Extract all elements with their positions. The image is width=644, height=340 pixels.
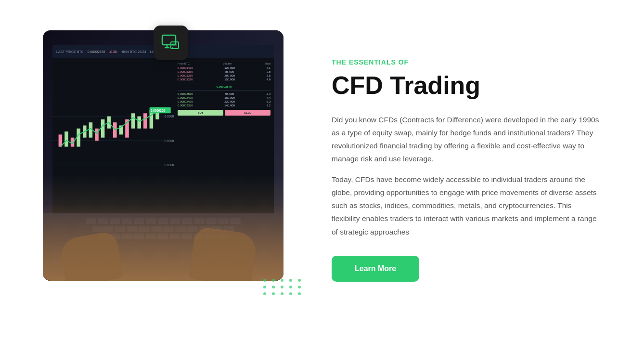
svg-rect-12	[77, 129, 80, 147]
monitor-icon	[161, 34, 180, 52]
svg-rect-22	[137, 117, 141, 129]
essentials-label: THE ESSENTIALS OF	[332, 58, 601, 66]
svg-text:0.00004: 0.00004	[165, 115, 174, 118]
paragraph-2: Today, CFDs have become widely accessibl…	[332, 173, 601, 238]
svg-text:0.00002: 0.00002	[165, 163, 174, 167]
svg-rect-10	[64, 131, 68, 147]
svg-text:0.0000256: 0.0000256	[151, 109, 165, 112]
svg-rect-21	[131, 113, 135, 128]
paragraph-1: Did you know CFDs (Contracts for Differe…	[332, 113, 601, 166]
svg-rect-16	[101, 119, 105, 138]
svg-rect-23	[143, 113, 147, 128]
right-section: THE ESSENTIALS OF CFD Trading Did you kn…	[332, 58, 601, 281]
dots-decoration	[263, 279, 303, 295]
main-title: CFD Trading	[332, 72, 601, 99]
laptop-image: LAST PRICE BTC 0.00002578 -0.38 HIGH BTC…	[43, 30, 283, 281]
svg-rect-5	[172, 43, 177, 46]
icon-badge	[154, 26, 188, 60]
left-section: LAST PRICE BTC 0.00002578 -0.38 HIGH BTC…	[43, 30, 293, 310]
svg-text:0.00003: 0.00003	[165, 139, 174, 143]
page-container: LAST PRICE BTC 0.00002578 -0.38 HIGH BTC…	[33, 11, 611, 329]
learn-more-button[interactable]: Learn More	[332, 256, 419, 282]
svg-rect-15	[95, 129, 99, 141]
